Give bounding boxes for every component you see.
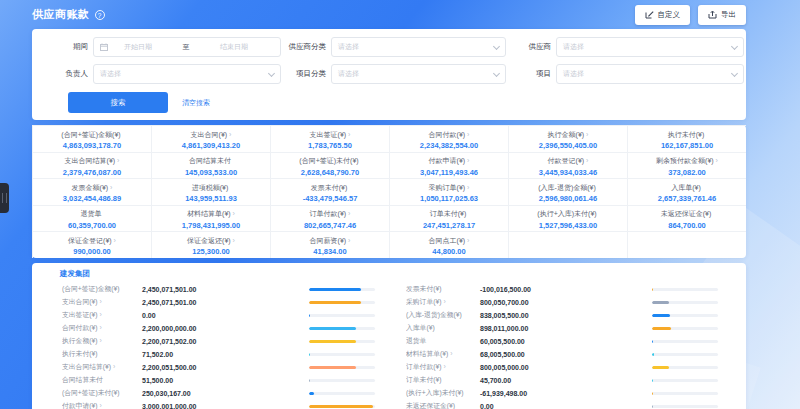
search-button[interactable]: 搜索 — [68, 92, 168, 113]
stat-value: 1,798,431,995.00 — [152, 221, 270, 230]
metric-value: 898,011,000.00 — [480, 325, 652, 332]
metric-bar-fill — [309, 405, 373, 408]
supplier-category-select[interactable]: 请选择 — [331, 37, 506, 57]
export-button[interactable]: 导出 — [698, 5, 746, 25]
stat-cell[interactable]: 发票金额(¥)› 3,032,454,486.89 — [33, 178, 151, 205]
owner-select[interactable]: 请选择 — [93, 64, 281, 84]
metric-label[interactable]: 支出签证(¥)› — [62, 310, 142, 320]
stat-cell[interactable]: 材料结算单(¥)› 1,798,431,995.00 — [152, 205, 270, 232]
stat-label — [628, 236, 746, 243]
drawer-handle[interactable] — [0, 183, 9, 213]
metric-label-text: (执行+入库)未付(¥) — [406, 389, 464, 396]
calendar-icon — [100, 43, 108, 51]
stat-cell[interactable]: 支出签证(¥)› 1,783,765.50 — [271, 125, 389, 152]
stat-value: 2,379,476,087.00 — [33, 168, 151, 177]
stat-value: 162,167,851.00 — [628, 141, 746, 150]
metric-row: (入库-退货)金额(¥) 838,005,500.00 — [406, 309, 718, 322]
stat-label-text: 合同点工(¥) — [429, 237, 466, 244]
metric-row: 未返还保证金(¥) 0.00 — [406, 400, 718, 409]
help-icon[interactable]: ? — [95, 10, 105, 20]
metric-label[interactable]: 付款申请(¥)› — [62, 401, 142, 409]
page-title: 供应商账款 — [32, 7, 90, 22]
metric-bar-track — [309, 405, 375, 408]
stat-cell[interactable]: 订单付款(¥)› 802,665,747.46 — [271, 205, 389, 232]
date-range-input[interactable]: 开始日期 至 结束日期 — [93, 37, 281, 57]
drilldown-arrow-icon: › — [450, 350, 452, 357]
stat-value: 3,445,934,033.46 — [509, 168, 627, 177]
metric-label[interactable]: 执行金额(¥)› — [62, 336, 142, 346]
customize-button[interactable]: 自定义 — [635, 5, 691, 25]
metric-label[interactable]: 支出合同结算(¥)› — [62, 362, 142, 372]
clear-search-link[interactable]: 清空搜索 — [182, 98, 210, 108]
metric-value: 250,030,167.00 — [142, 390, 309, 397]
stat-label: 合同付款(¥)› — [390, 130, 508, 140]
stat-label-text: 付款申请(¥) — [429, 157, 466, 164]
stat-label: 支出合同结算(¥)› — [33, 156, 151, 166]
metric-label-text: (合同+签证)金额(¥) — [62, 285, 120, 292]
metric-bar-track — [309, 392, 375, 395]
export-icon — [708, 10, 717, 19]
stat-label-text: 保证金登记(¥) — [68, 237, 112, 244]
metric-label: 发票未付(¥) — [406, 284, 480, 294]
project-select[interactable]: 请选择 — [556, 64, 744, 84]
metric-label-text: 采购订单(¥) — [406, 298, 442, 305]
supplier-select[interactable]: 请选择 — [556, 37, 744, 57]
metric-value: 3,000,001,000.00 — [142, 403, 309, 409]
project-category-placeholder: 请选择 — [338, 69, 359, 79]
stat-cell[interactable]: 合同薪资(¥)› 41,834.00 — [271, 231, 389, 258]
stat-cell[interactable]: 支出合同结算(¥)› 2,379,476,087.00 — [33, 152, 151, 179]
supplier-category-placeholder: 请选择 — [338, 42, 359, 52]
drilldown-arrow-icon: › — [100, 298, 102, 305]
period-label: 期间 — [44, 42, 88, 52]
supplier-placeholder: 请选择 — [563, 42, 584, 52]
metric-label[interactable]: 合同付款(¥)› — [62, 323, 142, 333]
stat-label-text: 合同薪资(¥) — [310, 237, 347, 244]
stat-label: 入库单(¥) — [628, 183, 746, 193]
metric-label: 未返还保证金(¥) — [406, 401, 480, 409]
stat-label-text: 材料结算单(¥) — [187, 210, 231, 217]
drilldown-arrow-icon: › — [100, 337, 102, 344]
stat-cell[interactable]: 付款申请(¥)› 3,047,119,493.46 — [390, 152, 508, 179]
stat-cell[interactable]: 剩余预付款金额(¥)› 373,082.00 — [628, 152, 746, 179]
owner-label: 负责人 — [44, 69, 88, 79]
metric-value: 800,050,700.00 — [480, 299, 652, 306]
stat-value: 2,628,648,790.70 — [271, 168, 389, 177]
metric-bar-track — [309, 340, 375, 343]
stat-label-text: 进项税额(¥) — [192, 184, 229, 191]
stat-label-text: 支出合同结算(¥) — [65, 157, 116, 164]
stat-label-text: 保证金返还(¥) — [187, 237, 231, 244]
stat-label-text: 采购订单(¥) — [429, 184, 466, 191]
stat-cell[interactable]: 支出合同(¥)› 4,861,309,413.20 — [152, 125, 270, 152]
stat-value: 145,093,533.00 — [152, 168, 270, 177]
metric-row: 退货单 60,005,500.00 — [406, 335, 718, 348]
stat-cell[interactable]: 保证金返还(¥)› 125,300.00 — [152, 231, 270, 258]
metric-label[interactable]: 支出合同(¥)› — [62, 297, 142, 307]
stat-label-text: 支出签证(¥) — [310, 131, 347, 138]
drilldown-arrow-icon: › — [444, 298, 446, 305]
stat-cell[interactable]: 合同点工(¥)› 44,800.00 — [390, 231, 508, 258]
stat-cell[interactable]: 保证金登记(¥)› 990,000.00 — [33, 231, 151, 258]
stat-value: 4,863,093,178.70 — [33, 141, 151, 150]
metric-bar-fill — [309, 288, 361, 291]
metric-bar-fill — [309, 379, 310, 382]
drilldown-arrow-icon: › — [586, 157, 588, 164]
stat-label: (入库-退货)金额(¥) — [509, 183, 627, 193]
stat-label-text: 付款登记(¥) — [548, 157, 585, 164]
stats-column: 支出签证(¥)› 1,783,765.50 (合同+签证)未付(¥) 2,628… — [270, 125, 389, 258]
group-name-link[interactable]: 建发集团 — [60, 269, 746, 279]
metric-label[interactable]: 订单付款(¥)› — [406, 362, 480, 372]
stat-label: 材料结算单(¥)› — [152, 209, 270, 219]
project-category-select[interactable]: 请选择 — [331, 64, 506, 84]
metric-bar-fill — [652, 379, 653, 382]
stat-cell[interactable]: 付款登记(¥)› 3,445,934,033.46 — [509, 152, 627, 179]
stat-cell[interactable]: 合同付款(¥)› 2,234,382,554.00 — [390, 125, 508, 152]
stat-value: 60,359,700.00 — [33, 221, 151, 230]
metric-label[interactable]: 采购订单(¥)› — [406, 297, 480, 307]
stat-cell[interactable]: 执行金额(¥)› 2,396,550,405.00 — [509, 125, 627, 152]
stat-cell[interactable]: 采购订单(¥)› 1,050,117,025.63 — [390, 178, 508, 205]
metric-label[interactable]: 材料结算单(¥)› — [406, 349, 480, 359]
metric-bar-fill — [309, 392, 314, 395]
drawer-grip-icon — [2, 193, 7, 203]
stat-label: 执行金额(¥)› — [509, 130, 627, 140]
metric-value: 2,200,071,502.00 — [142, 338, 309, 345]
